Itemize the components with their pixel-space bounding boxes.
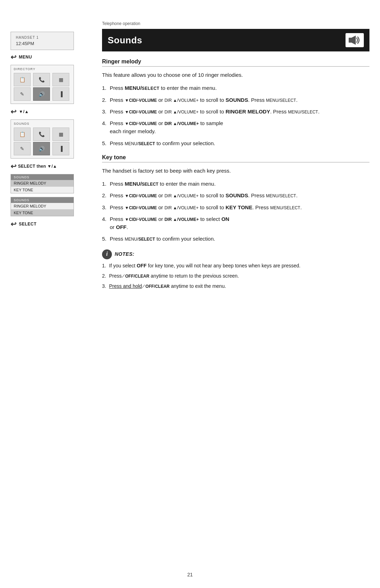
- menu-select-sm-3: MENU/SELECT: [125, 141, 155, 146]
- sound-icon: 🔊: [39, 91, 45, 97]
- note-text-1: If you select OFF for key tone, you will…: [109, 262, 369, 270]
- dir-label: DIR ▲/VOLUME+: [164, 98, 198, 103]
- kt-bold-menu: MENU/SELECT: [125, 181, 159, 187]
- sounds-list-header-1: SOUNDS: [11, 174, 74, 180]
- note-2: 2. Press ∕ OFF/CLEAR anytime to return t…: [102, 272, 369, 280]
- sounds-grid-cell-2: 📞: [33, 128, 50, 141]
- ringer-step-4: 4. Press ▼CID/-VOLUME or DIR ▲/VOLUME+ t…: [102, 119, 369, 136]
- menu-icon-label: ↩ MENU: [11, 53, 88, 61]
- ringer-melody-steps: 1. Press MENU/SELECT to enter the main m…: [102, 84, 369, 147]
- handset-time: 12:45PM: [16, 41, 69, 46]
- select-then-text: SELECT then ▼/▲: [18, 164, 57, 169]
- ringer-melody-intro: This feature allows you to choose one of…: [102, 71, 369, 79]
- kt-step-text-3: Press ▼CID/-VOLUME or DIR ▲/VOLUME+ to s…: [110, 203, 369, 211]
- list-icon: 📋: [19, 77, 25, 82]
- key-tone-section: Key tone The handset is factory set to b…: [102, 154, 369, 243]
- sounds-grid-cell-1: 📋: [14, 128, 31, 141]
- ringer-melody-section: Ringer melody This feature allows you to…: [102, 58, 369, 147]
- kt-dir-2: DIR ▲/VOLUME+: [164, 205, 198, 210]
- sounds-grid-cell-6: ▐: [52, 142, 69, 155]
- grid-cell-1: 📋: [14, 73, 31, 86]
- phone-icon: 📞: [39, 77, 45, 82]
- off-clear-label-1: OFF/CLEAR: [125, 274, 150, 279]
- s-sound-icon: 🔊: [39, 146, 45, 151]
- key-tone-steps: 1. Press MENU/SELECT to enter the main m…: [102, 180, 369, 243]
- handset-display: HANDSET 1 12:45PM: [11, 32, 74, 50]
- sounds-list-header-2: SOUNDS: [11, 197, 74, 203]
- sounds-list-box-2: SOUNDS RINGER MELODY KEY TONE: [11, 197, 74, 216]
- slash-icon-1: ∕: [123, 273, 124, 279]
- dir-label-2: DIR ▲/VOLUME+: [164, 110, 198, 114]
- note-num-3: 3.: [102, 283, 109, 290]
- off-clear-label-2: OFF/CLEAR: [145, 284, 170, 289]
- kt-dir: DIR ▲/VOLUME+: [164, 193, 198, 198]
- step-text-3: Press ▼CID/-VOLUME or DIR ▲/VOLUME+ to s…: [110, 107, 369, 116]
- kt-step-num-5: 5.: [102, 235, 110, 243]
- kt-step-text-2: Press ▼CID/-VOLUME or DIR ▲/VOLUME+ to s…: [110, 191, 369, 199]
- off-bold-note: OFF: [137, 263, 147, 268]
- key-tone-heading: Key tone: [102, 154, 369, 162]
- select-text: SELECT: [19, 222, 37, 227]
- sounds-grid-cell-4: ✎: [14, 142, 31, 155]
- sounds-list-item-keytone-1: KEY TONE: [11, 187, 74, 193]
- sounds-list-item-keytone-2: KEY TONE: [11, 210, 74, 216]
- kt-step-num-3: 3.: [102, 203, 110, 211]
- bold-menu-select: MENU/SELECT: [125, 85, 160, 91]
- vol-up-3: DIR ▲/VOLUME+: [164, 120, 199, 126]
- note-text-3: Press and hold ∕ OFF/CLEAR anytime to ex…: [109, 283, 369, 290]
- kt-off-bold: OFF: [116, 224, 127, 230]
- kt-step-num-2: 2.: [102, 191, 110, 199]
- section-title: Sounds: [108, 35, 142, 46]
- speaker-icon-box: [346, 33, 364, 47]
- sounds-menu-box: SOUNDS 📋 📞 ▦ ✎ 🔊 ▐: [11, 119, 74, 159]
- kt-vol-up-3: DIR ▲/VOLUME+: [164, 216, 199, 222]
- kt-menu-select-3: MENU/SELECT: [125, 237, 155, 242]
- ringer-step-5: 5. Press MENU/SELECT to confirm your sel…: [102, 139, 369, 147]
- press-hold-underline: Press and hold: [109, 283, 142, 289]
- menu-label: MENU: [19, 55, 32, 60]
- s-phone-icon: 📞: [39, 131, 45, 137]
- keytone-step-3: 3. Press ▼CID/-VOLUME or DIR ▲/VOLUME+ t…: [102, 203, 369, 211]
- ringer-step-2: 2. Press ▼CID/-VOLUME or DIR ▲/VOLUME+ t…: [102, 96, 369, 104]
- kt-step-text-5: Press MENU/SELECT to confirm your select…: [110, 235, 369, 243]
- sounds-list-box-1: SOUNDS RINGER MELODY KEY TONE: [11, 174, 74, 193]
- kt-step-num-4: 4.: [102, 215, 110, 223]
- s-grid-3: ▦: [59, 131, 63, 137]
- right-column: Telephone operation Sounds Ringer melody…: [102, 21, 369, 293]
- page-number: 21: [187, 572, 193, 577]
- vol-down-3: ▼CID/-VOLUME: [125, 120, 157, 126]
- directory-grid: 📋 📞 ▦ ✎ 🔊 ▐: [12, 72, 72, 102]
- keytone-step-5: 5. Press MENU/SELECT to confirm your sel…: [102, 235, 369, 243]
- step-text-2: Press ▼CID/-VOLUME or DIR ▲/VOLUME+ to s…: [110, 96, 369, 104]
- kt-step-text-4: Press ▼CID/-VOLUME or DIR ▲/VOLUME+ to s…: [110, 215, 369, 231]
- sounds-grid-cell-3: ▦: [52, 128, 69, 141]
- step-text-5: Press MENU/SELECT to confirm your select…: [110, 139, 369, 147]
- note-num-1: 1.: [102, 262, 109, 270]
- note-1: 1. If you select OFF for key tone, you w…: [102, 262, 369, 270]
- breadcrumb: Telephone operation: [102, 21, 369, 26]
- edit-icon: ✎: [20, 91, 24, 97]
- grid-cell-6: ▐: [52, 87, 69, 101]
- step-text-1: Press MENU/SELECT to enter the main menu…: [110, 84, 369, 92]
- grid-icon-3: ▦: [59, 77, 63, 82]
- bars-icon: ▐: [59, 91, 63, 97]
- kt-menu-select-2: MENU/SELECT: [270, 205, 300, 210]
- grid-cell-2: 📞: [33, 73, 50, 86]
- note-3: 3. Press and hold ∕ OFF/CLEAR anytime to…: [102, 283, 369, 290]
- s-list-icon: 📋: [19, 131, 25, 137]
- note-text-2: Press ∕ OFF/CLEAR anytime to return to t…: [109, 272, 369, 280]
- arrow-label: ▼/▲: [19, 109, 29, 114]
- grid-cell-4: ✎: [14, 87, 31, 101]
- info-icon: i: [102, 249, 112, 259]
- sounds-list-item-ringer-2: RINGER MELODY: [11, 203, 74, 210]
- keytone-step-2: 2. Press ▼CID/-VOLUME or DIR ▲/VOLUME+ t…: [102, 191, 369, 199]
- sounds-list-item-ringer-1: RINGER MELODY: [11, 180, 74, 187]
- keytone-step-4: 4. Press ▼CID/-VOLUME or DIR ▲/VOLUME+ t…: [102, 215, 369, 231]
- sounds-label-1: SOUNDS: [12, 121, 72, 126]
- kt-keytone-bold: KEY TONE: [226, 204, 252, 210]
- s-bars-icon: ▐: [59, 146, 63, 151]
- step-num-4: 4.: [102, 119, 110, 127]
- curved-arrow-icon-2: ↩: [11, 107, 17, 116]
- ringer-melody-heading: Ringer melody: [102, 58, 369, 67]
- select-then-label: ↩ SELECT then ▼/▲: [11, 162, 88, 171]
